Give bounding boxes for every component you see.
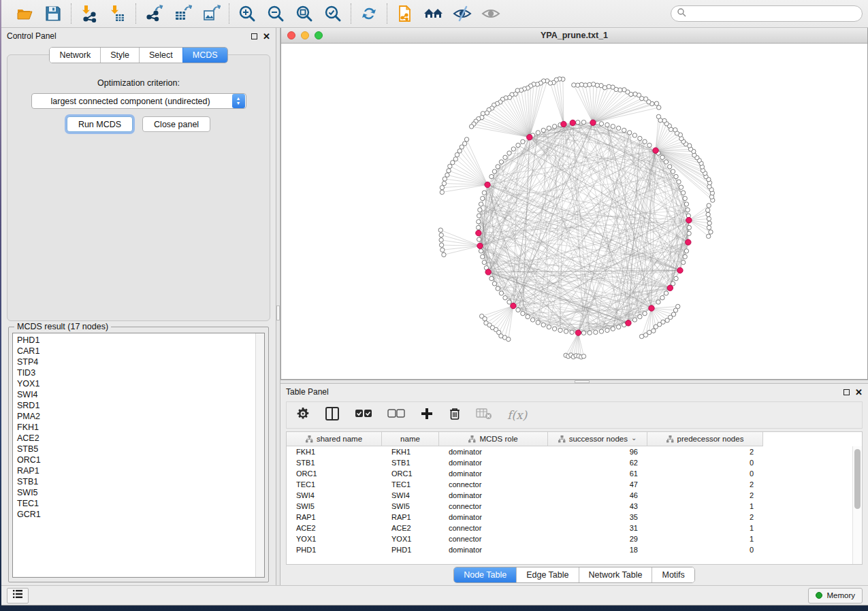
task-history-button[interactable] <box>7 588 29 604</box>
table-cell[interactable]: connector <box>439 479 548 490</box>
zoom-in-button[interactable] <box>238 4 257 23</box>
run-mcds-button[interactable]: Run MCDS <box>67 116 133 132</box>
mcds-hub-node[interactable] <box>527 135 532 140</box>
vertical-splitter[interactable] <box>276 28 280 585</box>
zoom-fit-button[interactable] <box>295 4 314 23</box>
table-row[interactable]: STB1STB1dominator620 <box>287 457 763 468</box>
table-cell[interactable]: PHD1 <box>382 544 439 555</box>
network-window-titlebar[interactable]: YPA_prune.txt_1 <box>281 28 867 44</box>
mcds-hub-node[interactable] <box>561 121 566 127</box>
optimization-criterion-select[interactable]: largest connected component (undirected)… <box>31 93 246 109</box>
network-graph[interactable] <box>281 44 867 379</box>
column-header-predecessor-nodes[interactable]: predecessor nodes <box>647 432 763 446</box>
mcds-result-item[interactable]: PMA2 <box>13 411 264 422</box>
mcds-hub-node[interactable] <box>626 320 631 326</box>
refresh-button[interactable] <box>359 4 379 23</box>
table-cell[interactable]: 2 <box>647 479 763 490</box>
search-input[interactable] <box>689 9 856 18</box>
table-cell[interactable]: 1 <box>647 501 763 512</box>
export-image-button[interactable] <box>202 4 221 23</box>
column-header-name[interactable]: name <box>382 432 439 446</box>
table-cell[interactable]: 31 <box>548 523 647 533</box>
mcds-result-list[interactable]: PHD1CAR1STP4TID3YOX1SWI4SRD1PMA2FKH1ACE2… <box>12 333 265 578</box>
network-canvas[interactable] <box>281 44 867 379</box>
tab-select[interactable]: Select <box>139 48 182 63</box>
table-scrollbar[interactable] <box>852 446 862 564</box>
mcds-result-item[interactable]: SRD1 <box>13 400 264 411</box>
import-network-button[interactable] <box>80 4 99 23</box>
float-panel-icon[interactable] <box>843 389 850 395</box>
table-cell[interactable]: 96 <box>548 446 647 457</box>
table-row[interactable]: TEC1TEC1connector472 <box>287 479 763 490</box>
table-cell[interactable]: connector <box>439 501 548 512</box>
search-field[interactable] <box>671 5 863 22</box>
mcds-hub-node[interactable] <box>575 330 581 335</box>
export-table-button[interactable] <box>173 4 192 23</box>
mcds-result-item[interactable]: FKH1 <box>13 422 264 433</box>
table-row[interactable]: PHD1PHD1dominator180 <box>287 544 763 555</box>
mcds-hub-node[interactable] <box>476 230 481 235</box>
splitter-handle[interactable] <box>276 306 280 320</box>
table-cell[interactable]: 62 <box>548 457 647 468</box>
table-cell[interactable]: 18 <box>548 544 647 555</box>
export-network-button[interactable] <box>144 4 163 23</box>
table-cell[interactable]: 0 <box>647 468 763 479</box>
show-columns-button[interactable] <box>325 406 340 424</box>
table-cell[interactable]: connector <box>439 533 548 544</box>
scrollbar-thumb[interactable] <box>854 449 861 509</box>
hide-graphics-details-button[interactable] <box>453 4 472 23</box>
table-cell[interactable]: 1 <box>647 523 763 533</box>
add-row-button[interactable] <box>420 406 434 424</box>
mcds-result-item[interactable]: GCR1 <box>13 509 264 520</box>
table-row[interactable]: FKH1FKH1dominator962 <box>287 446 763 457</box>
tab-network-table[interactable]: Network Table <box>579 567 652 582</box>
tab-motifs[interactable]: Motifs <box>652 567 694 582</box>
table-row[interactable]: ORC1ORC1dominator610 <box>287 468 763 479</box>
table-cell[interactable]: 2 <box>647 446 763 457</box>
mcds-result-item[interactable]: ORC1 <box>13 455 264 465</box>
mcds-hub-node[interactable] <box>477 243 483 248</box>
table-cell[interactable]: 2 <box>647 490 763 501</box>
table-cell[interactable]: 1 <box>647 533 763 544</box>
table-cell[interactable]: STB1 <box>287 457 382 468</box>
column-header-successor-nodes[interactable]: successor nodes⌄ <box>548 432 647 446</box>
float-panel-icon[interactable] <box>251 33 257 39</box>
mcds-hub-node[interactable] <box>653 148 658 153</box>
table-cell[interactable]: dominator <box>439 457 548 468</box>
import-table-button[interactable] <box>108 4 127 23</box>
mcds-result-item[interactable]: PHD1 <box>13 335 264 346</box>
close-panel-icon[interactable]: ✕ <box>855 388 863 397</box>
table-cell[interactable]: dominator <box>439 544 548 555</box>
mcds-result-item[interactable]: TEC1 <box>13 498 264 509</box>
mcds-result-item[interactable]: STB1 <box>13 476 264 487</box>
table-cell[interactable]: FKH1 <box>382 446 439 457</box>
home-button[interactable] <box>424 4 443 23</box>
splitter-handle[interactable] <box>575 380 590 383</box>
mcds-result-item[interactable]: SWI5 <box>13 487 264 498</box>
mcds-hub-node[interactable] <box>485 182 490 187</box>
table-cell[interactable]: SWI5 <box>382 501 439 512</box>
zoom-selected-button[interactable] <box>323 4 342 23</box>
table-cell[interactable]: STB1 <box>382 457 439 468</box>
table-cell[interactable]: dominator <box>439 446 548 457</box>
table-cell[interactable]: ACE2 <box>287 523 382 533</box>
table-cell[interactable]: 29 <box>548 533 647 544</box>
table-cell[interactable]: 61 <box>548 468 647 479</box>
table-cell[interactable]: ACE2 <box>382 523 439 533</box>
deselect-all-button[interactable] <box>387 406 405 424</box>
column-header-shared-name[interactable]: shared name <box>287 432 382 446</box>
tab-edge-table[interactable]: Edge Table <box>516 567 578 582</box>
network-file-button[interactable] <box>396 4 415 23</box>
table-cell[interactable]: 0 <box>647 544 763 555</box>
memory-button[interactable]: Memory <box>808 588 863 604</box>
delete-row-button[interactable] <box>449 406 461 424</box>
table-row[interactable]: SWI5SWI5connector431 <box>287 501 763 512</box>
table-cell[interactable]: 0 <box>647 457 763 468</box>
table-cell[interactable]: 2 <box>647 512 763 523</box>
close-panel-button[interactable]: Close panel <box>142 116 210 132</box>
tab-node-table[interactable]: Node Table <box>454 567 516 582</box>
column-header-MCDS-role[interactable]: MCDS role <box>439 432 548 446</box>
clear-table-button[interactable] <box>476 406 492 424</box>
table-row[interactable]: RAP1RAP1dominator352 <box>287 512 763 523</box>
table-cell[interactable]: YOX1 <box>287 533 382 544</box>
